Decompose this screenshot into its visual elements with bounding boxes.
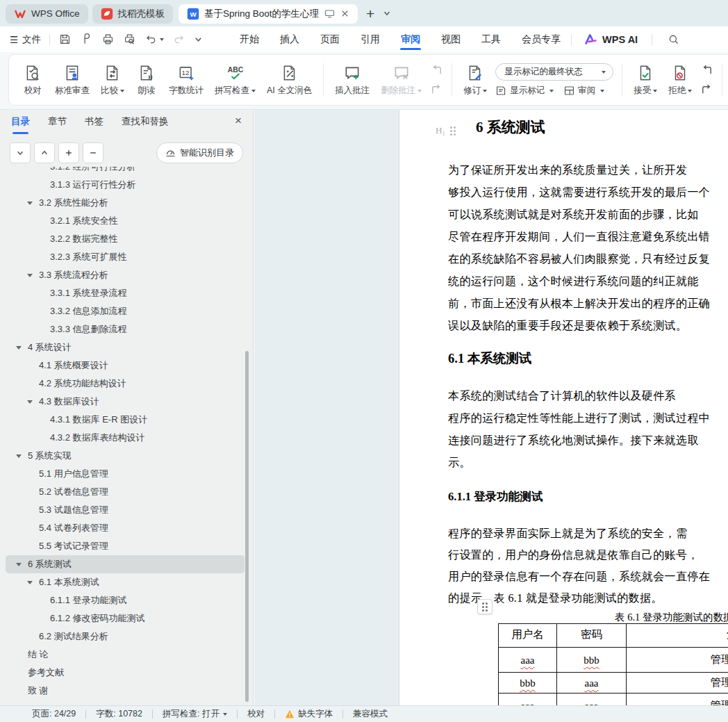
- tab-docer-templates[interactable]: 找稻壳模板: [92, 4, 174, 24]
- toc-item[interactable]: 3.2 系统性能分析: [0, 194, 253, 212]
- delete-comment-button[interactable]: 删除批注: [377, 64, 426, 97]
- next-revision-button[interactable]: [700, 83, 713, 97]
- previous-revision-button[interactable]: [700, 64, 713, 77]
- undo-button[interactable]: [144, 33, 164, 46]
- menu-tab[interactable]: 工具: [471, 26, 511, 52]
- toc-item[interactable]: 6.2 测试结果分析: [0, 627, 253, 646]
- menu-tab[interactable]: 插入: [270, 26, 310, 52]
- missing-font-warning[interactable]: 缺失字体: [285, 708, 333, 720]
- menu-tab[interactable]: 开始: [229, 26, 270, 52]
- close-tab-icon[interactable]: [340, 9, 349, 18]
- search-icon[interactable]: [668, 33, 680, 46]
- menu-tab[interactable]: 引用: [350, 26, 390, 52]
- toc-jump-up-button[interactable]: [34, 142, 55, 163]
- sidebar-tab[interactable]: 目录: [11, 115, 30, 134]
- save-button[interactable]: [58, 33, 72, 46]
- undo-dropdown-caret[interactable]: [160, 38, 164, 43]
- table-header-cell[interactable]: 密码: [557, 624, 627, 648]
- track-changes-dropdown-caret[interactable]: [483, 90, 487, 95]
- accept-dropdown-caret[interactable]: [653, 90, 657, 95]
- reject-dropdown-caret[interactable]: [688, 90, 692, 95]
- reject-button[interactable]: 拒绝: [664, 64, 696, 97]
- next-comment-button[interactable]: [430, 83, 443, 97]
- toc-item[interactable]: 3.3.1 系统登录流程: [0, 284, 253, 302]
- drag-handle-icon[interactable]: [450, 126, 456, 136]
- toc-item[interactable]: 3.2.1 系统安全性: [0, 212, 253, 230]
- toc-expand-arrow-icon[interactable]: [16, 563, 22, 569]
- word-count-button[interactable]: 12 字数统计: [165, 64, 208, 97]
- standard-review-button[interactable]: 标准审查: [51, 64, 94, 97]
- track-changes-button[interactable]: 修订: [459, 64, 491, 97]
- review-pane-button[interactable]: 审阅: [563, 85, 604, 97]
- toc-item[interactable]: 6.1 本系统测试: [0, 573, 253, 591]
- table-cell[interactable]: bbb: [557, 648, 627, 673]
- table-header-cell[interactable]: 角色: [627, 624, 728, 648]
- menu-tab[interactable]: 页面: [310, 26, 350, 52]
- sidebar-scrollbar-thumb[interactable]: [245, 351, 249, 702]
- compare-button[interactable]: 比较: [97, 64, 129, 97]
- menu-tab[interactable]: 审阅: [390, 26, 431, 52]
- toc-item[interactable]: 4 系统设计: [0, 338, 253, 356]
- new-tab-button[interactable]: +: [366, 6, 374, 21]
- toc-expand-arrow-icon[interactable]: [27, 274, 33, 280]
- toc-item[interactable]: 5.2 试卷信息管理: [0, 483, 253, 501]
- quick-access-more-chevron-icon[interactable]: [194, 35, 203, 44]
- tab-document[interactable]: W 基于Spring Boot的学生心理: [179, 4, 358, 24]
- print-preview-button[interactable]: [123, 33, 136, 46]
- page-indicator[interactable]: 页面: 24/29: [32, 708, 76, 720]
- tab-list-chevron-icon[interactable]: [383, 9, 391, 17]
- insert-comment-button[interactable]: 插入批注: [331, 64, 374, 97]
- toc-expand-arrow-icon[interactable]: [27, 581, 33, 587]
- sidebar-tab[interactable]: 章节: [48, 115, 67, 134]
- compatibility-mode-badge[interactable]: 兼容模式: [353, 708, 388, 720]
- toc-item[interactable]: 6 系统测试: [0, 555, 253, 573]
- previous-comment-button[interactable]: [430, 64, 443, 77]
- toc-item[interactable]: 5.1 用户信息管理: [0, 465, 253, 483]
- menu-tab[interactable]: 会员专享: [511, 26, 571, 52]
- toc-item[interactable]: 6.1.2 修改密码功能测试: [0, 609, 253, 627]
- redo-button[interactable]: [172, 33, 185, 46]
- heading-level-marker[interactable]: H₁: [436, 125, 456, 136]
- toc-item[interactable]: 6.1.1 登录功能测试: [0, 591, 253, 609]
- screen-share-icon[interactable]: [324, 8, 335, 19]
- toc-item[interactable]: 5 系统实现: [0, 447, 253, 465]
- toc-item[interactable]: 结 论: [0, 646, 253, 664]
- table-drag-handle[interactable]: [477, 599, 493, 614]
- read-aloud-button[interactable]: 朗读: [131, 64, 162, 97]
- toc-item[interactable]: 4.3 数据库设计: [0, 393, 253, 411]
- close-sidebar-icon[interactable]: ×: [235, 114, 242, 128]
- toc-expand-arrow-icon[interactable]: [27, 202, 33, 208]
- toc-item[interactable]: 4.1 系统概要设计: [0, 356, 253, 375]
- smart-toc-button[interactable]: 智能识别目录: [156, 142, 243, 163]
- toc-expand-all-button[interactable]: [58, 142, 79, 163]
- toc-item[interactable]: 4.3.2 数据库表结构设计: [0, 429, 253, 447]
- print-button[interactable]: [101, 33, 115, 46]
- spell-check-dropdown-caret[interactable]: [251, 90, 256, 95]
- document-page[interactable]: H₁ 6 系统测试 为了保证所开发出来的系统质量过关，让所开发够投入运行使用，这…: [399, 110, 728, 705]
- toc-item[interactable]: 3.1.2 经济可行性分析: [0, 167, 253, 176]
- accept-button[interactable]: 接受: [629, 64, 661, 97]
- markup-state-select[interactable]: 显示标记的最终状态: [495, 63, 613, 81]
- toc-collapse-all-button[interactable]: [83, 142, 104, 163]
- toc-item[interactable]: 4.2 系统功能结构设计: [0, 375, 253, 393]
- toc-jump-down-button[interactable]: [10, 142, 31, 163]
- ai-polish-button[interactable]: AI 全文润色: [263, 64, 316, 97]
- proofread-button[interactable]: 校对: [17, 64, 48, 97]
- toc-item[interactable]: 致 谢: [0, 682, 253, 700]
- menu-tab[interactable]: 视图: [431, 26, 471, 52]
- proofread-status-button[interactable]: 校对: [247, 708, 265, 720]
- table-cell[interactable]: 管理员角色: [627, 673, 728, 694]
- table-cell[interactable]: 管理员角色: [627, 648, 728, 673]
- toc-item[interactable]: 5.3 试题信息管理: [0, 501, 253, 519]
- toc-item[interactable]: 3.3.2 信息添加流程: [0, 302, 253, 320]
- table-header-cell[interactable]: 用户名: [499, 624, 557, 648]
- show-markup-button[interactable]: 显示标记: [495, 85, 554, 97]
- toc-item[interactable]: 3.3.3 信息删除流程: [0, 320, 253, 338]
- toc-item[interactable]: 3.1.3 运行可行性分析: [0, 176, 253, 194]
- toc-item[interactable]: 5.5 考试记录管理: [0, 537, 253, 555]
- table-cell[interactable]: bbb: [499, 673, 557, 694]
- export-pdf-button[interactable]: [80, 33, 93, 46]
- wps-ai-button[interactable]: WPS AI: [584, 33, 638, 45]
- table-cell[interactable]: aaa: [557, 673, 627, 694]
- compare-dropdown-caret[interactable]: [120, 90, 124, 95]
